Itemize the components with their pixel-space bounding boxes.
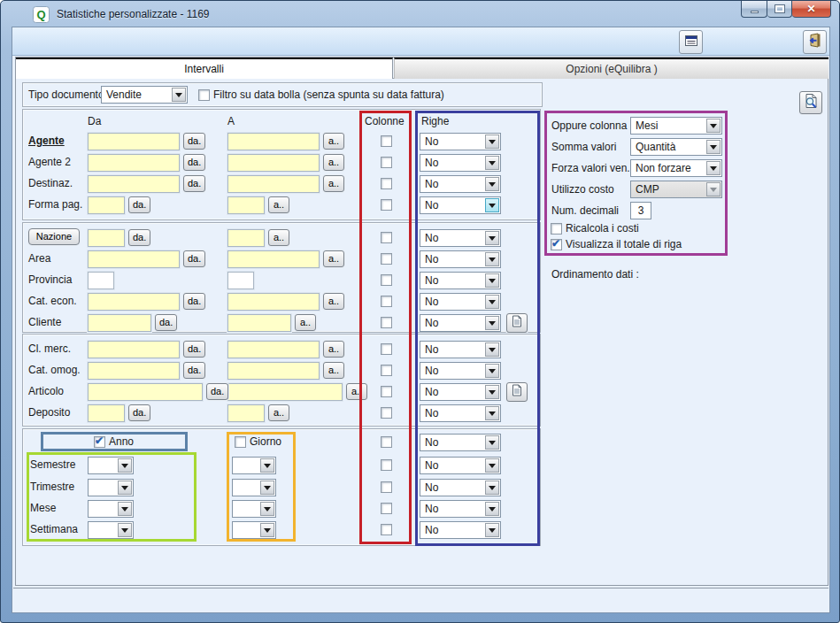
deposito-a-input[interactable] xyxy=(227,404,265,422)
articolo-da-button[interactable]: da. xyxy=(206,383,228,400)
trimestre-colonne-checkbox[interactable] xyxy=(381,481,392,493)
anno-checkbox[interactable] xyxy=(94,436,105,448)
tab-intervalli[interactable]: Intervalli xyxy=(16,58,393,79)
deposito-a-button[interactable]: a.. xyxy=(268,404,289,421)
mese-select[interactable] xyxy=(88,500,134,518)
articolo-list-button[interactable] xyxy=(506,382,528,402)
nazione-colonne-checkbox[interactable] xyxy=(381,232,392,243)
agente-2-da-input[interactable] xyxy=(88,154,180,172)
trimestre-righe-select[interactable]: No xyxy=(420,479,501,496)
forma-pag-colonne-checkbox[interactable] xyxy=(381,199,392,211)
visualizza-totale-checkbox[interactable] xyxy=(551,239,562,250)
agente-2-righe-select[interactable]: No xyxy=(420,154,501,172)
nazione-a-button[interactable]: a.. xyxy=(268,229,289,246)
cat-omog-righe-select[interactable]: No xyxy=(420,362,501,380)
cliente-list-button[interactable] xyxy=(506,313,528,333)
maximize-button[interactable] xyxy=(767,1,792,18)
provincia-colonne-checkbox[interactable] xyxy=(381,274,392,286)
semestre-righe-select[interactable]: No xyxy=(420,457,501,474)
articolo-a-button[interactable]: a.. xyxy=(346,383,367,400)
cat-econ-da-input[interactable] xyxy=(88,293,180,311)
provincia-a-input[interactable] xyxy=(227,272,254,289)
destinaz-colonne-checkbox[interactable] xyxy=(381,178,392,189)
nazione-button[interactable]: Nazione xyxy=(28,228,80,245)
nazione-da-input[interactable] xyxy=(88,229,125,247)
exit-button[interactable] xyxy=(803,30,827,54)
semestre-giorno-select[interactable] xyxy=(232,457,276,474)
mese-giorno-select[interactable] xyxy=(232,500,276,518)
destinaz-da-input[interactable] xyxy=(88,175,180,193)
cat-omog-a-input[interactable] xyxy=(227,362,320,380)
agente-colonne-checkbox[interactable] xyxy=(381,135,392,147)
agente-2-a-input[interactable] xyxy=(227,154,320,172)
cat-omog-da-input[interactable] xyxy=(88,362,180,380)
area-righe-select[interactable]: No xyxy=(420,250,501,268)
destinaz-a-button[interactable]: a.. xyxy=(323,175,344,192)
nazione-da-button[interactable]: da. xyxy=(128,229,150,246)
cl-merc-a-input[interactable] xyxy=(227,341,320,358)
provincia-righe-select[interactable]: No xyxy=(420,272,501,289)
agente-2-da-button[interactable]: da. xyxy=(183,154,205,171)
settimana-colonne-checkbox[interactable] xyxy=(381,524,392,535)
forma-pag-righe-select[interactable]: No xyxy=(420,196,501,214)
agente-2-colonne-checkbox[interactable] xyxy=(381,157,392,168)
semestre-colonne-checkbox[interactable] xyxy=(381,459,392,471)
cl-merc-righe-select[interactable]: No xyxy=(420,341,501,358)
destinaz-righe-select[interactable]: No xyxy=(420,175,501,193)
destinaz-a-input[interactable] xyxy=(227,175,320,193)
nazione-a-input[interactable] xyxy=(227,229,265,247)
trimestre-giorno-select[interactable] xyxy=(232,479,276,496)
agente-a-input[interactable] xyxy=(227,133,320,150)
minimize-button[interactable] xyxy=(741,1,767,18)
forza-valori-select[interactable]: Non forzare xyxy=(630,159,722,177)
area-da-input[interactable] xyxy=(88,250,180,268)
close-button[interactable]: ✕ xyxy=(792,1,831,18)
agente-da-input[interactable] xyxy=(88,133,180,150)
forma-pag-a-input[interactable] xyxy=(227,196,265,214)
agente-da-button[interactable]: da. xyxy=(183,133,205,150)
giorno-checkbox[interactable] xyxy=(235,436,246,448)
cat-econ-da-button[interactable]: da. xyxy=(183,293,205,310)
articolo-righe-select[interactable]: No xyxy=(420,383,501,401)
cat-econ-a-input[interactable] xyxy=(227,293,320,311)
titlebar[interactable]: Q Statistiche personalizzate - 1169 xyxy=(2,2,838,27)
num-decimali-input[interactable]: 3 xyxy=(630,202,651,219)
cliente-a-button[interactable]: a.. xyxy=(295,314,316,331)
oppure-colonna-select[interactable]: Mesi xyxy=(630,117,722,135)
area-colonne-checkbox[interactable] xyxy=(381,253,392,265)
filtro-data-bolla-checkbox[interactable] xyxy=(198,89,210,101)
anno-colonne-checkbox[interactable] xyxy=(381,436,392,448)
preview-button[interactable] xyxy=(799,91,822,114)
articolo-colonne-checkbox[interactable] xyxy=(381,386,392,397)
cliente-colonne-checkbox[interactable] xyxy=(381,317,392,328)
cl-merc-da-input[interactable] xyxy=(88,341,180,358)
tab-opzioni[interactable]: Opzioni (eQuilibra ) xyxy=(394,58,828,79)
cliente-righe-select[interactable]: No xyxy=(420,314,501,332)
forma-pag-da-input[interactable] xyxy=(88,196,125,214)
forma-pag-a-button[interactable]: a.. xyxy=(268,196,289,213)
settimana-giorno-select[interactable] xyxy=(232,521,276,539)
cat-econ-a-button[interactable]: a.. xyxy=(323,293,344,310)
trimestre-select[interactable] xyxy=(88,479,134,496)
cliente-da-input[interactable] xyxy=(88,314,151,332)
cliente-da-button[interactable]: da. xyxy=(155,314,177,331)
articolo-da-input[interactable] xyxy=(88,383,203,401)
agente-righe-select[interactable]: No xyxy=(420,133,501,150)
articolo-a-input[interactable] xyxy=(227,383,343,401)
area-da-button[interactable]: da. xyxy=(183,250,205,267)
deposito-righe-select[interactable]: No xyxy=(420,404,501,422)
agente-a-button[interactable]: a.. xyxy=(323,133,344,150)
cat-omog-a-button[interactable]: a.. xyxy=(323,362,344,379)
deposito-colonne-checkbox[interactable] xyxy=(381,407,392,419)
agente-2-a-button[interactable]: a.. xyxy=(323,154,344,171)
cliente-a-input[interactable] xyxy=(227,314,291,332)
semestre-select[interactable] xyxy=(88,457,134,474)
settimana-righe-select[interactable]: No xyxy=(420,521,501,539)
settimana-select[interactable] xyxy=(88,521,134,539)
cat-omog-colonne-checkbox[interactable] xyxy=(381,365,392,376)
cl-merc-colonne-checkbox[interactable] xyxy=(381,343,392,355)
provincia-da-input[interactable] xyxy=(88,272,114,289)
somma-valori-select[interactable]: Quantità xyxy=(630,138,722,156)
cat-omog-da-button[interactable]: da. xyxy=(183,362,205,379)
nazione-righe-select[interactable]: No xyxy=(420,229,501,247)
